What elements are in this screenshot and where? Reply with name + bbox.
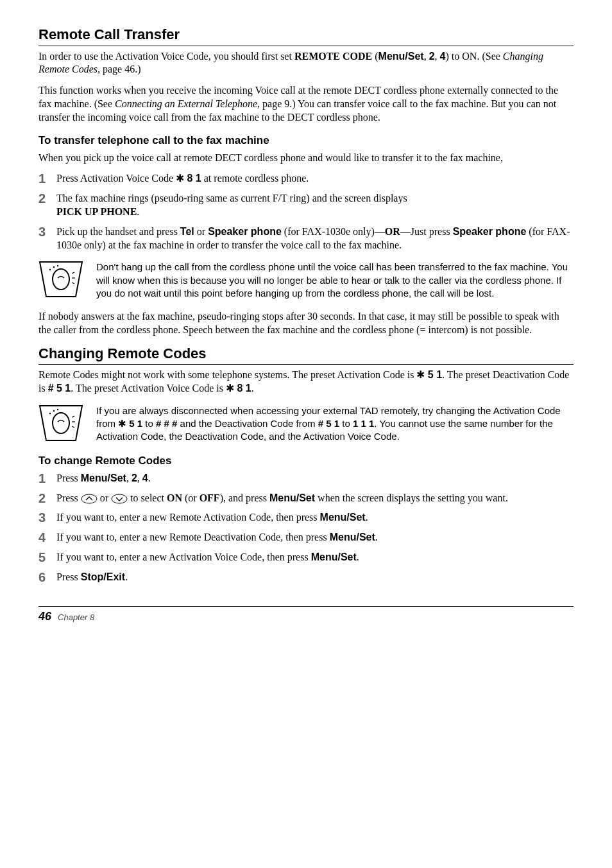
text: or <box>98 492 111 503</box>
heading-changing-remote-codes: Changing Remote Codes <box>38 345 574 363</box>
text: . The preset Activation Voice Code is <box>71 383 226 394</box>
text: Press <box>56 492 81 503</box>
svg-point-11 <box>53 410 55 412</box>
text: —Just press <box>400 226 453 237</box>
note-block: If you are always disconnected when acce… <box>38 404 574 444</box>
text-bold: PICK UP PHONE <box>56 206 137 217</box>
text: , <box>424 51 429 62</box>
down-arrow-icon <box>111 494 128 504</box>
svg-point-2 <box>49 269 51 270</box>
text-bold: Menu/Set <box>311 551 357 562</box>
divider <box>38 364 574 365</box>
text-bold: Speaker phone <box>453 226 527 237</box>
text: Press <box>56 571 81 582</box>
text-bold: Stop/Exit <box>81 571 125 582</box>
text: , <box>137 473 142 483</box>
svg-line-15 <box>72 426 74 428</box>
step-item: If you want to, enter a new Remote Activ… <box>38 511 574 525</box>
paragraph: Remote Codes might not work with some te… <box>38 369 574 395</box>
text-bold: 4 <box>440 51 446 62</box>
heading-remote-call-transfer: Remote Call Transfer <box>38 26 574 44</box>
step-item: Press Stop/Exit. <box>38 571 574 584</box>
chapter-label: Chapter 8 <box>58 612 94 623</box>
svg-line-13 <box>72 416 74 417</box>
text: (for FAX-1030e only)— <box>282 226 385 237</box>
svg-marker-8 <box>40 406 82 440</box>
step-item: Press Activation Voice Code ✱ 8 1 at rem… <box>38 172 574 186</box>
text: Pick up the handset and press <box>56 226 180 237</box>
text: , <box>126 473 132 483</box>
text-bold: Menu/Set <box>320 512 366 523</box>
text: If you want to, enter a new Activation V… <box>56 551 311 562</box>
text-bold: Menu/Set <box>378 51 424 62</box>
text-italic: Connecting an External Telephone <box>115 98 257 109</box>
text-bold: 2 <box>429 51 435 62</box>
page-footer: 46 Chapter 8 <box>38 606 574 624</box>
note-text: If you are always disconnected when acce… <box>96 404 574 444</box>
text: . <box>251 383 254 394</box>
text: If you want to, enter a new Remote Activ… <box>56 512 320 523</box>
text-bold: 4 <box>142 473 148 483</box>
text: Remote Codes might not work with some te… <box>38 369 416 380</box>
step-item: If you want to, enter a new Remote Deact… <box>38 531 574 544</box>
divider <box>38 46 574 46</box>
svg-point-16 <box>81 494 97 503</box>
text: In order to use the Activation Voice Cod… <box>38 51 294 62</box>
text-bold: 5 1 <box>425 369 442 380</box>
text: , <box>435 51 440 62</box>
text: . <box>137 206 139 217</box>
svg-point-17 <box>112 494 127 503</box>
text-bold: OR <box>385 226 400 237</box>
svg-marker-0 <box>40 262 82 297</box>
text-bold: Speaker phone <box>208 226 282 237</box>
steps-list: Press Menu/Set, 2, 4. Press or to select… <box>38 472 574 584</box>
note-text: Don't hang up the call from the cordless… <box>96 261 574 300</box>
text: Press <box>56 473 81 483</box>
star-icon: ✱ <box>226 383 234 394</box>
text-bold: 2 <box>132 473 137 483</box>
star-icon: ✱ <box>118 418 126 429</box>
text-bold: 5 1 <box>126 418 142 429</box>
text: ), and press <box>220 492 269 503</box>
step-item: If you want to, enter a new Activation V… <box>38 551 574 564</box>
hint-icon <box>38 404 83 442</box>
svg-point-3 <box>53 266 55 268</box>
text-bold: OFF <box>200 492 220 503</box>
text: . <box>375 532 378 542</box>
step-item: Press Menu/Set, 2, 4. <box>38 472 574 485</box>
text: Press Activation Voice Code <box>56 173 176 184</box>
text-bold: REMOTE CODE <box>294 51 372 62</box>
star-icon: ✱ <box>176 173 184 184</box>
svg-point-12 <box>57 409 58 410</box>
text: ( <box>372 51 378 62</box>
text: . <box>125 571 128 582</box>
text: . <box>366 512 368 523</box>
text: or <box>194 226 208 237</box>
text: (or <box>182 492 200 503</box>
text: , page 46.) <box>98 64 141 74</box>
text-bold: ON <box>167 492 182 503</box>
svg-line-7 <box>72 282 74 284</box>
note-block: Don't hang up the call from the cordless… <box>38 261 574 300</box>
text: If you want to, enter a new Remote Deact… <box>56 532 330 542</box>
text-bold: Menu/Set <box>81 473 126 483</box>
text-bold: Menu/Set <box>269 492 315 503</box>
text-bold: 8 1 <box>234 383 251 394</box>
text: . <box>357 551 359 562</box>
text-bold: 8 1 <box>184 173 201 184</box>
svg-point-9 <box>53 413 69 433</box>
text: at remote cordless phone. <box>201 173 309 184</box>
text-bold: # 5 1 <box>318 418 339 429</box>
subheading-transfer-call: To transfer telephone call to the fax ma… <box>38 134 574 148</box>
paragraph: If nobody answers at the fax machine, ps… <box>38 310 574 337</box>
text: when the screen displays the setting you… <box>315 492 508 503</box>
step-item: Pick up the handset and press Tel or Spe… <box>38 225 574 252</box>
paragraph: This function works when you receive the… <box>38 84 574 124</box>
text-bold: Menu/Set <box>330 532 375 542</box>
text: to select <box>128 492 167 503</box>
text: . <box>148 473 151 483</box>
paragraph: In order to use the Activation Voice Cod… <box>38 50 574 77</box>
svg-point-4 <box>57 265 58 266</box>
text: to <box>339 418 353 429</box>
star-icon: ✱ <box>416 369 425 380</box>
